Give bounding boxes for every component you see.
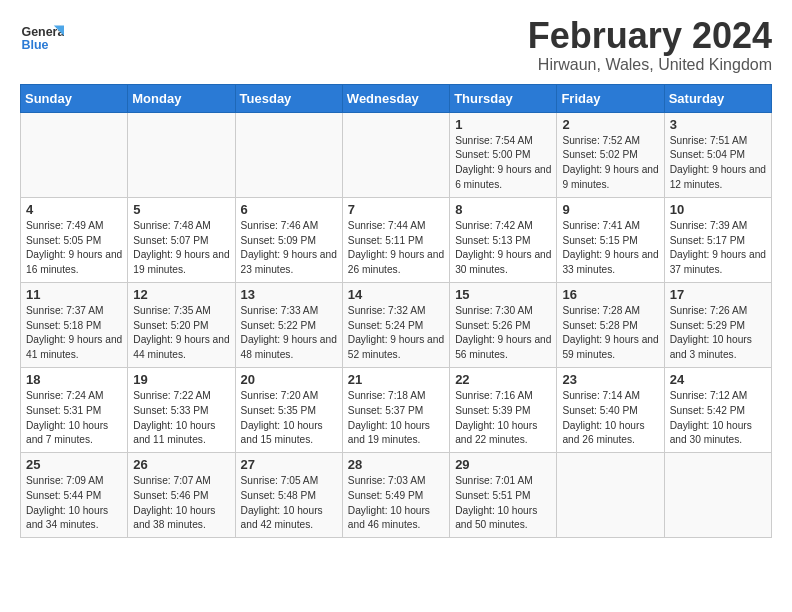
- header-saturday: Saturday: [664, 84, 771, 112]
- day-content: Sunrise: 7:22 AM Sunset: 5:33 PM Dayligh…: [133, 389, 229, 448]
- day-number: 8: [455, 202, 551, 217]
- calendar-cell: [664, 453, 771, 538]
- day-content: Sunrise: 7:01 AM Sunset: 5:51 PM Dayligh…: [455, 474, 551, 533]
- page-title: February 2024: [528, 16, 772, 56]
- day-number: 25: [26, 457, 122, 472]
- day-content: Sunrise: 7:07 AM Sunset: 5:46 PM Dayligh…: [133, 474, 229, 533]
- calendar-cell: 24Sunrise: 7:12 AM Sunset: 5:42 PM Dayli…: [664, 367, 771, 452]
- header-thursday: Thursday: [450, 84, 557, 112]
- day-number: 6: [241, 202, 337, 217]
- day-content: Sunrise: 7:52 AM Sunset: 5:02 PM Dayligh…: [562, 134, 658, 193]
- calendar-cell: 6Sunrise: 7:46 AM Sunset: 5:09 PM Daylig…: [235, 197, 342, 282]
- day-number: 10: [670, 202, 766, 217]
- day-number: 20: [241, 372, 337, 387]
- day-number: 13: [241, 287, 337, 302]
- calendar-cell: 14Sunrise: 7:32 AM Sunset: 5:24 PM Dayli…: [342, 282, 449, 367]
- header-sunday: Sunday: [21, 84, 128, 112]
- day-content: Sunrise: 7:18 AM Sunset: 5:37 PM Dayligh…: [348, 389, 444, 448]
- day-number: 24: [670, 372, 766, 387]
- day-content: Sunrise: 7:12 AM Sunset: 5:42 PM Dayligh…: [670, 389, 766, 448]
- calendar-cell: 27Sunrise: 7:05 AM Sunset: 5:48 PM Dayli…: [235, 453, 342, 538]
- day-content: Sunrise: 7:46 AM Sunset: 5:09 PM Dayligh…: [241, 219, 337, 278]
- calendar-cell: 26Sunrise: 7:07 AM Sunset: 5:46 PM Dayli…: [128, 453, 235, 538]
- day-content: Sunrise: 7:35 AM Sunset: 5:20 PM Dayligh…: [133, 304, 229, 363]
- header-monday: Monday: [128, 84, 235, 112]
- day-number: 7: [348, 202, 444, 217]
- day-content: Sunrise: 7:39 AM Sunset: 5:17 PM Dayligh…: [670, 219, 766, 278]
- calendar-cell: 22Sunrise: 7:16 AM Sunset: 5:39 PM Dayli…: [450, 367, 557, 452]
- day-content: Sunrise: 7:03 AM Sunset: 5:49 PM Dayligh…: [348, 474, 444, 533]
- day-number: 17: [670, 287, 766, 302]
- calendar-cell: [128, 112, 235, 197]
- day-content: Sunrise: 7:44 AM Sunset: 5:11 PM Dayligh…: [348, 219, 444, 278]
- day-content: Sunrise: 7:05 AM Sunset: 5:48 PM Dayligh…: [241, 474, 337, 533]
- calendar-cell: 9Sunrise: 7:41 AM Sunset: 5:15 PM Daylig…: [557, 197, 664, 282]
- day-content: Sunrise: 7:26 AM Sunset: 5:29 PM Dayligh…: [670, 304, 766, 363]
- day-content: Sunrise: 7:54 AM Sunset: 5:00 PM Dayligh…: [455, 134, 551, 193]
- day-content: Sunrise: 7:28 AM Sunset: 5:28 PM Dayligh…: [562, 304, 658, 363]
- day-content: Sunrise: 7:48 AM Sunset: 5:07 PM Dayligh…: [133, 219, 229, 278]
- day-content: Sunrise: 7:32 AM Sunset: 5:24 PM Dayligh…: [348, 304, 444, 363]
- day-number: 22: [455, 372, 551, 387]
- calendar-cell: 10Sunrise: 7:39 AM Sunset: 5:17 PM Dayli…: [664, 197, 771, 282]
- calendar-cell: 13Sunrise: 7:33 AM Sunset: 5:22 PM Dayli…: [235, 282, 342, 367]
- day-number: 19: [133, 372, 229, 387]
- logo-icon: General Blue: [20, 16, 64, 60]
- calendar-cell: 4Sunrise: 7:49 AM Sunset: 5:05 PM Daylig…: [21, 197, 128, 282]
- calendar-cell: 5Sunrise: 7:48 AM Sunset: 5:07 PM Daylig…: [128, 197, 235, 282]
- calendar-cell: 2Sunrise: 7:52 AM Sunset: 5:02 PM Daylig…: [557, 112, 664, 197]
- day-content: Sunrise: 7:41 AM Sunset: 5:15 PM Dayligh…: [562, 219, 658, 278]
- day-content: Sunrise: 7:42 AM Sunset: 5:13 PM Dayligh…: [455, 219, 551, 278]
- calendar-cell: 20Sunrise: 7:20 AM Sunset: 5:35 PM Dayli…: [235, 367, 342, 452]
- calendar-cell: [557, 453, 664, 538]
- day-number: 15: [455, 287, 551, 302]
- day-number: 27: [241, 457, 337, 472]
- day-number: 23: [562, 372, 658, 387]
- calendar-cell: 11Sunrise: 7:37 AM Sunset: 5:18 PM Dayli…: [21, 282, 128, 367]
- calendar-cell: 16Sunrise: 7:28 AM Sunset: 5:28 PM Dayli…: [557, 282, 664, 367]
- calendar-cell: 28Sunrise: 7:03 AM Sunset: 5:49 PM Dayli…: [342, 453, 449, 538]
- day-number: 28: [348, 457, 444, 472]
- day-content: Sunrise: 7:09 AM Sunset: 5:44 PM Dayligh…: [26, 474, 122, 533]
- calendar-cell: 19Sunrise: 7:22 AM Sunset: 5:33 PM Dayli…: [128, 367, 235, 452]
- day-content: Sunrise: 7:37 AM Sunset: 5:18 PM Dayligh…: [26, 304, 122, 363]
- calendar-cell: 17Sunrise: 7:26 AM Sunset: 5:29 PM Dayli…: [664, 282, 771, 367]
- calendar-week-3: 11Sunrise: 7:37 AM Sunset: 5:18 PM Dayli…: [21, 282, 772, 367]
- day-number: 3: [670, 117, 766, 132]
- day-number: 18: [26, 372, 122, 387]
- calendar-cell: 25Sunrise: 7:09 AM Sunset: 5:44 PM Dayli…: [21, 453, 128, 538]
- day-number: 26: [133, 457, 229, 472]
- day-content: Sunrise: 7:16 AM Sunset: 5:39 PM Dayligh…: [455, 389, 551, 448]
- calendar-cell: [342, 112, 449, 197]
- calendar-week-4: 18Sunrise: 7:24 AM Sunset: 5:31 PM Dayli…: [21, 367, 772, 452]
- calendar-week-5: 25Sunrise: 7:09 AM Sunset: 5:44 PM Dayli…: [21, 453, 772, 538]
- logo: General Blue: [20, 16, 64, 60]
- day-number: 12: [133, 287, 229, 302]
- calendar-week-1: 1Sunrise: 7:54 AM Sunset: 5:00 PM Daylig…: [21, 112, 772, 197]
- calendar-cell: 23Sunrise: 7:14 AM Sunset: 5:40 PM Dayli…: [557, 367, 664, 452]
- calendar-cell: 15Sunrise: 7:30 AM Sunset: 5:26 PM Dayli…: [450, 282, 557, 367]
- day-content: Sunrise: 7:20 AM Sunset: 5:35 PM Dayligh…: [241, 389, 337, 448]
- page-header: General Blue February 2024 Hirwaun, Wale…: [20, 16, 772, 74]
- day-number: 21: [348, 372, 444, 387]
- header-wednesday: Wednesday: [342, 84, 449, 112]
- calendar-table: SundayMondayTuesdayWednesdayThursdayFrid…: [20, 84, 772, 539]
- day-number: 14: [348, 287, 444, 302]
- day-content: Sunrise: 7:33 AM Sunset: 5:22 PM Dayligh…: [241, 304, 337, 363]
- calendar-cell: 7Sunrise: 7:44 AM Sunset: 5:11 PM Daylig…: [342, 197, 449, 282]
- day-content: Sunrise: 7:14 AM Sunset: 5:40 PM Dayligh…: [562, 389, 658, 448]
- title-area: February 2024 Hirwaun, Wales, United Kin…: [528, 16, 772, 74]
- day-content: Sunrise: 7:24 AM Sunset: 5:31 PM Dayligh…: [26, 389, 122, 448]
- calendar-cell: 12Sunrise: 7:35 AM Sunset: 5:20 PM Dayli…: [128, 282, 235, 367]
- day-number: 5: [133, 202, 229, 217]
- page-subtitle: Hirwaun, Wales, United Kingdom: [528, 56, 772, 74]
- svg-text:Blue: Blue: [21, 38, 48, 52]
- calendar-week-2: 4Sunrise: 7:49 AM Sunset: 5:05 PM Daylig…: [21, 197, 772, 282]
- day-number: 9: [562, 202, 658, 217]
- day-content: Sunrise: 7:51 AM Sunset: 5:04 PM Dayligh…: [670, 134, 766, 193]
- day-number: 2: [562, 117, 658, 132]
- day-number: 11: [26, 287, 122, 302]
- day-number: 16: [562, 287, 658, 302]
- calendar-cell: 3Sunrise: 7:51 AM Sunset: 5:04 PM Daylig…: [664, 112, 771, 197]
- header-tuesday: Tuesday: [235, 84, 342, 112]
